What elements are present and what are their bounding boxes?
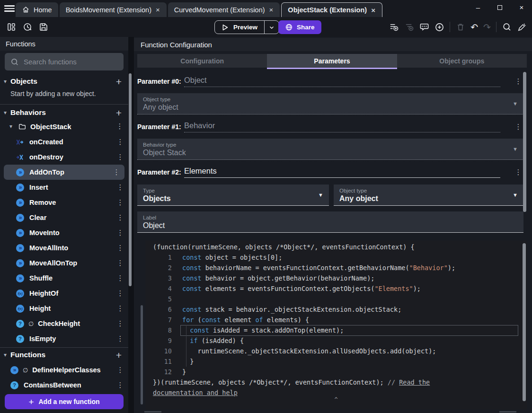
function-item-containsbetween[interactable]: ?ContainsBetween⋮ — [0, 378, 128, 393]
code-editor-scrollbar[interactable] — [523, 243, 526, 401]
collapse-caret-icon[interactable]: ^ — [334, 396, 337, 403]
function-item-height[interactable]: f(x)Height⋮ — [0, 301, 128, 316]
kebab-menu-icon[interactable]: ⋮ — [111, 168, 122, 176]
add-event-icon[interactable] — [389, 22, 399, 32]
caret-down-icon[interactable]: ▾ — [0, 78, 10, 85]
tab-home[interactable]: Home — [16, 2, 58, 17]
titlebar: HomeBoidsMovement (Extension)×CurvedMove… — [0, 0, 532, 17]
search-input[interactable] — [24, 58, 114, 66]
parameter-2-label-input[interactable]: Label Object — [137, 211, 523, 233]
javascript-code-editor[interactable]: (function(runtimeScene, objects /*Object… — [145, 240, 527, 410]
tab-curvedmovement-extension[interactable]: CurvedMovement (Extension)× — [168, 2, 280, 17]
parameter-2-type-select[interactable]: Type Objects ▼ — [137, 185, 329, 206]
kebab-menu-icon[interactable]: ⋮ — [115, 198, 125, 207]
objects-section-header[interactable]: ▾ Objects + — [0, 75, 128, 88]
add-comment-icon[interactable] — [419, 22, 429, 32]
kebab-menu-icon[interactable]: ⋮ — [115, 138, 125, 146]
function-item-moveallinto[interactable]: »MoveAllInto⋮ — [0, 240, 128, 255]
close-tab-icon[interactable]: × — [155, 6, 160, 13]
function-item-moveinto[interactable]: »MoveInto⋮ — [0, 225, 128, 240]
add-object-button[interactable]: + — [116, 77, 122, 87]
kebab-menu-icon[interactable]: ⋮ — [115, 244, 125, 252]
add-behavior-button[interactable]: + — [116, 108, 122, 118]
kebab-menu-icon[interactable]: ⋮ — [115, 304, 125, 313]
add-subevent-icon[interactable] — [404, 22, 414, 32]
code-editor-resize-handle[interactable] — [141, 305, 143, 404]
add-circle-icon[interactable] — [434, 22, 444, 32]
behaviors-section-header[interactable]: ▾ Behaviors + — [0, 106, 128, 119]
kebab-menu-icon[interactable]: ⋮ — [115, 213, 125, 222]
function-item-moveallontop[interactable]: »MoveAllOnTop⋮ — [0, 255, 128, 271]
tab-objectstack-extension[interactable]: ObjectStack (Extension)× — [281, 2, 382, 17]
edit-scene-icon[interactable] — [517, 22, 527, 32]
kebab-menu-icon[interactable]: ⋮ — [115, 366, 125, 374]
share-button[interactable]: Share — [278, 20, 321, 34]
save-icon[interactable] — [38, 22, 48, 32]
documentation-link[interactable]: documentation and help — [153, 389, 238, 396]
panels-layout-icon[interactable] — [6, 22, 16, 32]
undo-icon[interactable]: ↶ — [470, 23, 478, 32]
parameter-0-object-type-select[interactable]: Object type Any object ▼ — [137, 93, 523, 114]
field-label: Object type — [143, 97, 518, 102]
add-new-function-button[interactable]: + Add a new function — [5, 394, 124, 409]
kebab-menu-icon[interactable]: ⋮ — [513, 123, 523, 131]
function-item-ondestroy[interactable]: onDestroy⋮ — [0, 149, 128, 165]
function-item-addontop[interactable]: »AddOnTop⋮ — [4, 165, 124, 180]
function-item-shuffle[interactable]: »Shuffle⋮ — [0, 271, 128, 286]
function-item-heightof[interactable]: f(x)HeightOf⋮ — [0, 286, 128, 301]
function-item-clear[interactable]: »Clear⋮ — [0, 210, 128, 225]
function-item-label: HeightOf — [29, 290, 115, 297]
close-tab-icon[interactable]: × — [371, 7, 376, 14]
function-item-insert[interactable]: »Insert⋮ — [0, 180, 128, 195]
parameter-2-object-type-select[interactable]: Object type Any object ▼ — [334, 185, 523, 206]
kebab-menu-icon[interactable]: ⋮ — [115, 319, 125, 328]
tab-configuration[interactable]: Configuration — [137, 54, 267, 68]
tab-boidsmovement-extension[interactable]: BoidsMovement (Extension)× — [60, 2, 167, 17]
tab-parameters[interactable]: Parameters — [267, 54, 397, 68]
sidebar-scrollbar[interactable] — [129, 73, 132, 286]
kebab-menu-icon[interactable]: ⋮ — [115, 259, 125, 267]
field-label: Type — [143, 188, 323, 193]
parameter-1-name-input[interactable]: Behavior — [184, 121, 500, 132]
kebab-menu-icon[interactable]: ⋮ — [115, 381, 125, 389]
kebab-menu-icon[interactable]: ⋮ — [513, 168, 523, 176]
menu-icon[interactable] — [4, 5, 15, 12]
function-item-definehelperclasses[interactable]: »∅DefineHelperClasses⋮ — [0, 362, 128, 378]
minimize-button[interactable]: – — [474, 3, 482, 11]
function-item-oncreated[interactable]: onCreated⋮ — [0, 134, 128, 149]
kebab-menu-icon[interactable]: ⋮ — [115, 122, 125, 131]
kebab-menu-icon[interactable]: ⋮ — [115, 334, 125, 343]
functions-section-header[interactable]: ▾ Functions + — [0, 348, 128, 361]
history-icon[interactable] — [22, 22, 32, 32]
close-tab-icon[interactable]: × — [269, 6, 274, 13]
kebab-menu-icon[interactable]: ⋮ — [115, 274, 125, 282]
main-panel-scrollbar[interactable] — [523, 72, 526, 212]
kebab-menu-icon[interactable]: ⋮ — [513, 77, 523, 86]
parameter-1-behavior-type-select[interactable]: Behavior type Object Stack ▼ — [137, 139, 523, 160]
maximize-button[interactable] — [496, 3, 504, 11]
kebab-menu-icon[interactable]: ⋮ — [115, 289, 125, 298]
preview-options-button[interactable] — [264, 21, 279, 34]
kebab-menu-icon[interactable]: ⋮ — [115, 183, 125, 192]
parameter-2-name-input[interactable]: Elements — [184, 167, 500, 178]
close-window-button[interactable]: × — [518, 3, 525, 11]
add-function-plus-button[interactable]: + — [116, 350, 122, 360]
redo-icon[interactable]: ↷ — [483, 23, 491, 32]
behavior-folder-objectstack[interactable]: ▾ ObjectStack ⋮ — [0, 119, 125, 133]
kebab-menu-icon[interactable]: ⋮ — [115, 228, 125, 237]
action-icon: » — [16, 214, 24, 222]
search-icon[interactable] — [502, 22, 512, 32]
kebab-menu-icon[interactable]: ⋮ — [115, 153, 125, 161]
function-item-checkheight[interactable]: ?∅CheckHeight⋮ — [0, 316, 128, 331]
caret-down-icon[interactable]: ▾ — [0, 351, 10, 358]
preview-button[interactable]: Preview — [214, 20, 279, 34]
documentation-link[interactable]: Read the — [399, 378, 430, 386]
tab-object-groups[interactable]: Object groups — [397, 54, 527, 68]
caret-down-icon[interactable]: ▾ — [0, 109, 10, 116]
caret-down-icon[interactable]: ▾ — [6, 123, 16, 130]
function-item-isempty[interactable]: ?IsEmpty⋮ — [0, 331, 128, 346]
parameter-0-name-input[interactable]: Object — [184, 76, 500, 87]
delete-icon[interactable] — [455, 22, 465, 32]
function-item-remove[interactable]: »Remove⋮ — [0, 195, 128, 210]
search-functions-box[interactable] — [5, 53, 124, 70]
